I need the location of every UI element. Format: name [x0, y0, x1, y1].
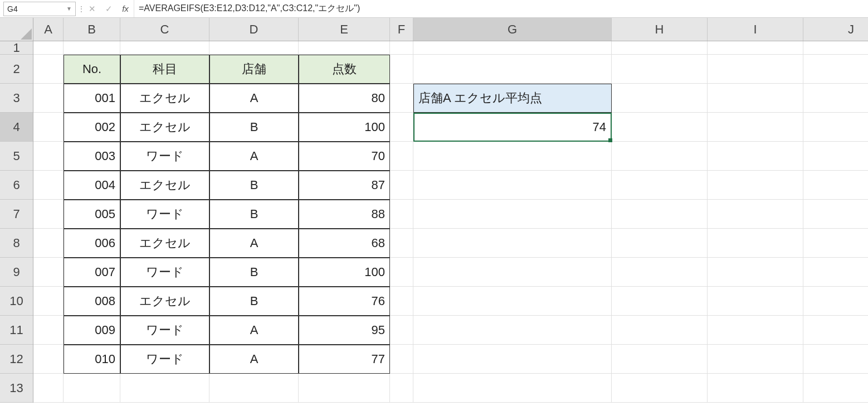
cell-F5[interactable] — [390, 142, 413, 171]
cell-J2[interactable] — [803, 55, 868, 84]
cell-F3[interactable] — [390, 84, 413, 113]
cell-G12[interactable] — [413, 345, 612, 374]
confirm-icon[interactable]: ✓ — [100, 4, 117, 14]
cell-D2[interactable]: 店舗 — [209, 55, 299, 84]
cell-I7[interactable] — [708, 200, 803, 229]
row-header-3[interactable]: 3 — [0, 84, 33, 113]
cell-E2[interactable]: 点数 — [299, 55, 390, 84]
cell-J13[interactable] — [803, 374, 868, 403]
cell-I4[interactable] — [708, 113, 803, 142]
cell-I5[interactable] — [708, 142, 803, 171]
cell-I11[interactable] — [708, 316, 803, 345]
cell-J12[interactable] — [803, 345, 868, 374]
row-header-6[interactable]: 6 — [0, 171, 33, 200]
column-header-H[interactable]: H — [612, 18, 708, 41]
select-all-corner[interactable] — [0, 18, 33, 41]
cell-F10[interactable] — [390, 287, 413, 316]
cell-A11[interactable] — [33, 316, 64, 345]
cell-B3[interactable]: 001 — [64, 84, 120, 113]
cell-B4[interactable]: 002 — [64, 113, 120, 142]
cell-A3[interactable] — [33, 84, 64, 113]
cell-G5[interactable] — [413, 142, 612, 171]
cell-C10[interactable]: エクセル — [120, 287, 209, 316]
column-header-I[interactable]: I — [708, 18, 803, 41]
cell-H4[interactable] — [612, 113, 708, 142]
cell-D8[interactable]: A — [209, 229, 299, 258]
cell-F13[interactable] — [390, 374, 413, 403]
cell-H5[interactable] — [612, 142, 708, 171]
cell-G2[interactable] — [413, 55, 612, 84]
cell-F6[interactable] — [390, 171, 413, 200]
cell-I9[interactable] — [708, 258, 803, 287]
cell-J10[interactable] — [803, 287, 868, 316]
cell-H12[interactable] — [612, 345, 708, 374]
cell-C7[interactable]: ワード — [120, 200, 209, 229]
row-header-7[interactable]: 7 — [0, 200, 33, 229]
cell-J3[interactable] — [803, 84, 868, 113]
cell-D4[interactable]: B — [209, 113, 299, 142]
cell-E11[interactable]: 95 — [299, 316, 390, 345]
cell-A13[interactable] — [33, 374, 64, 403]
cell-E8[interactable]: 68 — [299, 229, 390, 258]
cell-G9[interactable] — [413, 258, 612, 287]
cell-C3[interactable]: エクセル — [120, 84, 209, 113]
cell-J5[interactable] — [803, 142, 868, 171]
cell-H2[interactable] — [612, 55, 708, 84]
cell-F12[interactable] — [390, 345, 413, 374]
cell-C6[interactable]: エクセル — [120, 171, 209, 200]
cell-grid[interactable]: No.科目店舗点数001エクセルA80店舗A エクセル平均点002エクセルB10… — [33, 41, 868, 403]
cell-I12[interactable] — [708, 345, 803, 374]
cell-B11[interactable]: 009 — [64, 316, 120, 345]
name-box[interactable]: G4 ▼ — [3, 2, 76, 16]
cell-F8[interactable] — [390, 229, 413, 258]
cell-E5[interactable]: 70 — [299, 142, 390, 171]
column-header-E[interactable]: E — [299, 18, 390, 41]
cell-J4[interactable] — [803, 113, 868, 142]
cell-A2[interactable] — [33, 55, 64, 84]
cell-H11[interactable] — [612, 316, 708, 345]
cell-G11[interactable] — [413, 316, 612, 345]
row-header-2[interactable]: 2 — [0, 55, 33, 84]
cell-A1[interactable] — [33, 41, 64, 55]
cell-H8[interactable] — [612, 229, 708, 258]
cell-A10[interactable] — [33, 287, 64, 316]
cell-H10[interactable] — [612, 287, 708, 316]
cell-B2[interactable]: No. — [64, 55, 120, 84]
column-header-G[interactable]: G — [413, 18, 612, 41]
cell-A7[interactable] — [33, 200, 64, 229]
cell-B13[interactable] — [64, 374, 120, 403]
cell-G4[interactable]: 74 — [413, 113, 612, 142]
cell-F1[interactable] — [390, 41, 413, 55]
cell-E6[interactable]: 87 — [299, 171, 390, 200]
cell-B10[interactable]: 008 — [64, 287, 120, 316]
cell-H13[interactable] — [612, 374, 708, 403]
row-header-5[interactable]: 5 — [0, 142, 33, 171]
fx-icon[interactable]: fx — [117, 4, 134, 13]
cell-B5[interactable]: 003 — [64, 142, 120, 171]
cell-I1[interactable] — [708, 41, 803, 55]
cell-B9[interactable]: 007 — [64, 258, 120, 287]
cell-C8[interactable]: エクセル — [120, 229, 209, 258]
cell-G7[interactable] — [413, 200, 612, 229]
cell-F2[interactable] — [390, 55, 413, 84]
cell-A12[interactable] — [33, 345, 64, 374]
cell-B7[interactable]: 005 — [64, 200, 120, 229]
cell-A4[interactable] — [33, 113, 64, 142]
cell-D9[interactable]: B — [209, 258, 299, 287]
row-header-8[interactable]: 8 — [0, 229, 33, 258]
cell-D5[interactable]: A — [209, 142, 299, 171]
cell-A9[interactable] — [33, 258, 64, 287]
cell-F4[interactable] — [390, 113, 413, 142]
cell-G3[interactable]: 店舗A エクセル平均点 — [413, 84, 612, 113]
cell-H9[interactable] — [612, 258, 708, 287]
row-header-11[interactable]: 11 — [0, 316, 33, 345]
row-header-10[interactable]: 10 — [0, 287, 33, 316]
cell-C2[interactable]: 科目 — [120, 55, 209, 84]
cell-A8[interactable] — [33, 229, 64, 258]
column-header-D[interactable]: D — [209, 18, 299, 41]
cell-D3[interactable]: A — [209, 84, 299, 113]
cell-E10[interactable]: 76 — [299, 287, 390, 316]
cell-F11[interactable] — [390, 316, 413, 345]
column-header-J[interactable]: J — [803, 18, 868, 41]
cell-I2[interactable] — [708, 55, 803, 84]
